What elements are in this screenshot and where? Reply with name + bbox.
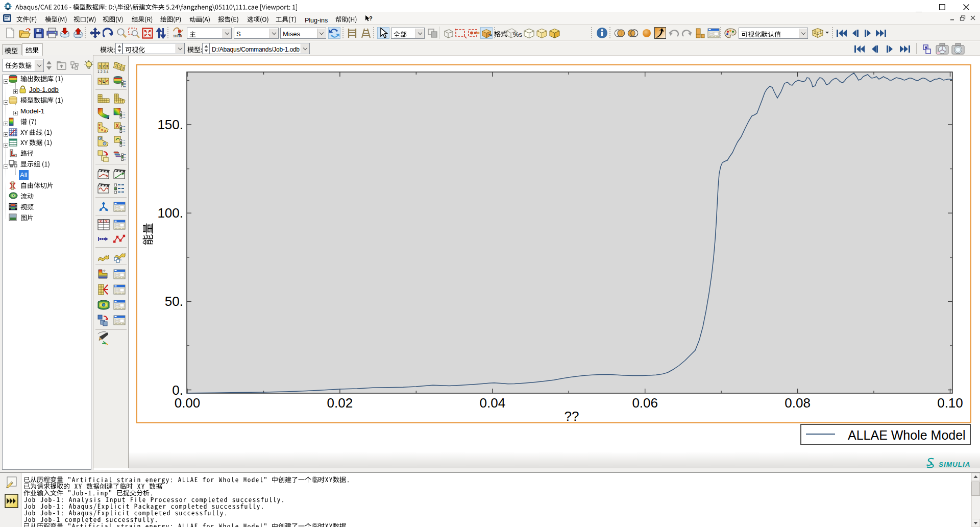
svg-text:>: >	[99, 79, 101, 84]
svg-text:<: <	[106, 79, 108, 84]
svg-text:x: x	[104, 129, 106, 132]
svg-text:X: X	[100, 220, 102, 223]
svg-text:L: L	[103, 79, 106, 84]
svg-text:SIMULIA: SIMULIA	[939, 461, 971, 468]
svg-text:?: ?	[369, 15, 373, 21]
svg-text:1 2 3 4: 1 2 3 4	[97, 70, 109, 74]
svg-text:x: x	[99, 126, 101, 130]
svg-text:11010: 11010	[173, 34, 182, 38]
svg-text:x: x	[101, 128, 103, 132]
svg-text:1: 1	[99, 64, 102, 68]
svg-text:2: 2	[103, 64, 105, 68]
svg-text:X: X	[116, 123, 119, 129]
svg-text:Y: Y	[105, 220, 108, 223]
svg-text:3: 3	[106, 64, 109, 68]
